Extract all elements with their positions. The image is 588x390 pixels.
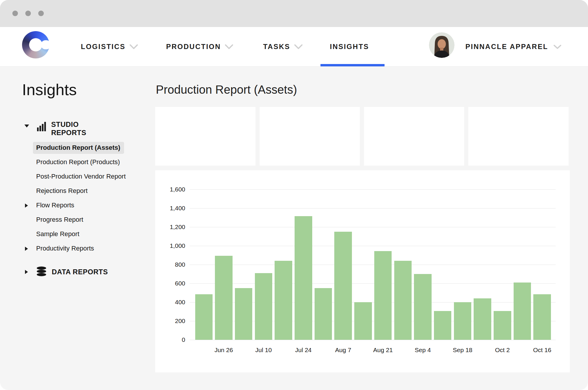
sidebar-item-sample-report[interactable]: Sample Report: [36, 227, 146, 241]
y-axis-tick-label: 1,600: [155, 185, 185, 194]
sidebar-section-label: DATA REPORTS: [52, 268, 108, 276]
x-axis-tick-label: Sep 4: [405, 346, 440, 354]
y-axis-tick-label: 800: [155, 260, 185, 269]
chart-bar[interactable]: [374, 251, 392, 340]
chart-gridline: [190, 227, 556, 227]
window-control-dot[interactable]: [25, 11, 31, 16]
chart-bar[interactable]: [334, 232, 352, 340]
chart-bar[interactable]: [275, 261, 292, 340]
stat-card-assets-per-month: [364, 107, 464, 166]
stat-cards-row: [155, 107, 569, 166]
sidebar-item-label: Productivity Reports: [33, 243, 98, 255]
user-avatar[interactable]: [429, 32, 455, 58]
chart-bar[interactable]: [414, 274, 432, 340]
chevron-down-icon: [553, 44, 562, 49]
caret-right-icon[interactable]: [25, 270, 28, 274]
chevron-down-icon: [225, 44, 233, 49]
sidebar-section-items: Production Report (Assets)Production Rep…: [22, 141, 146, 256]
y-axis-tick-label: 1,000: [155, 242, 185, 250]
bar-chart-icon: [37, 121, 46, 133]
avatar-image: [429, 32, 455, 58]
chart-bar[interactable]: [514, 283, 531, 340]
chart-gridline: [190, 208, 556, 209]
chart-gridline: [190, 246, 556, 246]
chart-bar[interactable]: [533, 294, 551, 340]
database-icon: [36, 266, 47, 276]
caret-right-icon[interactable]: [25, 247, 28, 251]
sidebar-item-label: Post-Production Vendor Report: [33, 171, 130, 183]
app-window: LOGISTICSPRODUCTIONTASKSINSIGHTS PINNACL…: [0, 0, 588, 390]
database-icon-wrap: [36, 266, 47, 278]
chart-bar[interactable]: [315, 288, 332, 340]
sidebar-item-label: Flow Reports: [33, 199, 78, 211]
x-axis-tick-label: Oct 16: [524, 346, 560, 354]
page-title: Insights: [22, 80, 77, 99]
chart-bar[interactable]: [255, 273, 273, 340]
sidebar-report-tree: STUDIO REPORTSProduction Report (Assets)…: [22, 120, 146, 278]
sidebar-item-label: Rejections Report: [33, 185, 91, 197]
nav-item-logistics[interactable]: LOGISTICS: [81, 27, 138, 66]
window-control-dot[interactable]: [38, 11, 44, 16]
sidebar-item-progress-report[interactable]: Progress Report: [36, 213, 146, 227]
y-axis-tick-label: 0: [155, 336, 185, 344]
account-name: PINNACLE APPAREL: [465, 43, 548, 51]
nav-item-label: PRODUCTION: [166, 43, 221, 51]
window-controls: [12, 11, 44, 16]
x-axis-tick-label: Jun 26: [206, 346, 241, 354]
bar-chart-icon-wrap: [37, 121, 46, 134]
x-axis-tick-label: Aug 7: [325, 346, 361, 354]
sidebar-section-data-reports[interactable]: DATA REPORTS: [22, 266, 146, 278]
sidebar-section-studio-reports[interactable]: STUDIO REPORTS: [22, 120, 146, 137]
chart-bar[interactable]: [494, 311, 511, 340]
chevron-down-icon: [294, 44, 303, 49]
chart-gridline: [190, 265, 556, 265]
y-axis-tick-label: 1,200: [155, 223, 185, 231]
sidebar-item-post-production-vendor-report[interactable]: Post-Production Vendor Report: [36, 169, 146, 184]
y-axis-tick-label: 600: [155, 279, 185, 288]
chart-gridline: [190, 340, 556, 340]
chart-bar[interactable]: [434, 311, 452, 340]
logo-notch: [41, 40, 51, 49]
chart-bar[interactable]: [474, 298, 491, 340]
nav-item-tasks[interactable]: TASKS: [263, 27, 303, 66]
x-axis-tick-label: Aug 21: [365, 346, 401, 354]
y-axis-tick-label: 200: [155, 317, 185, 325]
sidebar-item-label: Sample Report: [33, 228, 83, 240]
sidebar-item-label: Progress Report: [33, 214, 87, 226]
x-axis-tick-label: Oct 2: [485, 346, 520, 354]
sidebar-item-rejections-report[interactable]: Rejections Report: [36, 184, 146, 198]
caret-right-icon[interactable]: [25, 204, 28, 208]
sidebar-section-label: STUDIO REPORTS: [51, 120, 101, 137]
sidebar-item-production-report-products[interactable]: Production Report (Products): [36, 155, 146, 169]
brand-logo-icon[interactable]: [22, 31, 49, 58]
chart-bar[interactable]: [394, 261, 412, 340]
nav-item-label: INSIGHTS: [330, 43, 369, 51]
nav-item-production[interactable]: PRODUCTION: [166, 27, 233, 66]
x-axis-tick-label: Jul 24: [286, 346, 321, 354]
nav-item-insights[interactable]: INSIGHTS: [330, 27, 369, 66]
window-control-dot[interactable]: [12, 11, 18, 16]
chart-bar[interactable]: [215, 256, 233, 340]
chart-gridline: [190, 189, 556, 190]
logo-hole: [29, 38, 42, 51]
y-axis-tick-label: 400: [155, 298, 185, 306]
sidebar-item-production-report-assets[interactable]: Production Report (Assets): [36, 141, 146, 155]
account-menu[interactable]: PINNACLE APPAREL: [465, 27, 562, 66]
x-axis-tick-label: Jul 10: [246, 346, 281, 354]
x-axis-tick-label: Sep 18: [445, 346, 480, 354]
active-tab-underline: [320, 64, 385, 66]
y-axis-tick-label: 1,400: [155, 204, 185, 212]
sidebar-item-flow-reports[interactable]: Flow Reports: [36, 198, 146, 213]
chart-bar[interactable]: [295, 216, 312, 340]
window-titlebar: [0, 0, 588, 27]
chart-bar[interactable]: [235, 288, 253, 340]
caret-down-icon[interactable]: [24, 125, 29, 127]
chart-bar[interactable]: [454, 302, 472, 340]
sidebar-item-productivity-reports[interactable]: Productivity Reports: [36, 241, 146, 256]
page-content: Insights STUDIO REPORTSProduction Report…: [0, 67, 588, 390]
top-navbar: LOGISTICSPRODUCTIONTASKSINSIGHTS PINNACL…: [0, 27, 588, 67]
chart-bar[interactable]: [195, 294, 213, 340]
chart-bar[interactable]: [354, 302, 372, 340]
stat-card-assets-per-day: [155, 107, 255, 166]
stat-card-total-assets: [468, 107, 569, 166]
